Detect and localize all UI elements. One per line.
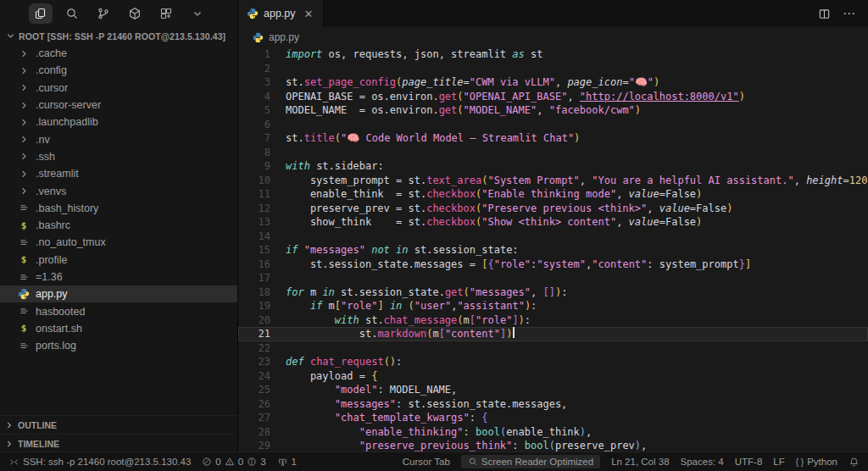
tree-file-.bashrc[interactable]: $.bashrc (0, 217, 237, 234)
list-file-icon (18, 306, 30, 318)
line-number: 12 (238, 202, 270, 216)
code-line-29[interactable]: 29 "preserve_previous_think": bool(prese… (238, 439, 868, 452)
code-line-18[interactable]: 18for m in st.session_state.get("message… (238, 285, 868, 300)
line-number: 28 (238, 425, 270, 440)
tree-file-=1.36[interactable]: =1.36 (0, 269, 237, 285)
encoding-status[interactable]: UTF-8 (735, 457, 763, 467)
remote-indicator[interactable]: SSH: ssh -p 21460 root@213.5.130.43 (8, 457, 191, 468)
more-actions-icon[interactable]: ⋯ (843, 6, 856, 21)
eol-status[interactable]: LF (773, 457, 784, 467)
code-line-26[interactable]: 26 "messages": st.session_state.messages… (238, 397, 868, 412)
code-line-27[interactable]: 27 "chat_template_kwargs": { (238, 411, 868, 425)
breadcrumb[interactable]: app.py (238, 27, 868, 47)
code-text: show_think = st.checkbox("Show <think> c… (286, 215, 702, 230)
tree-file-onstart.sh[interactable]: $onstart.sh (0, 320, 237, 337)
cursor-window: ROOT [SSH: SSH -P 21460 ROOT@213.5.130.4… (0, 0, 868, 471)
tab-label: app.py (264, 8, 296, 19)
python-file-icon (18, 288, 30, 300)
tree-folder-label: .launchpadlib (36, 116, 98, 128)
code-text: "preserve_previous_think": bool(preserve… (286, 439, 647, 452)
tree-folder-.streamlit[interactable]: .streamlit (0, 165, 237, 182)
tree-file-.bash_history[interactable]: .bash_history (0, 200, 237, 217)
code-editor[interactable]: 1import os, requests, json, streamlit as… (238, 47, 868, 452)
tree-file-ports.log[interactable]: ports.log (0, 337, 237, 354)
chevron-down-icon (5, 30, 16, 42)
remote-explorer-icon[interactable] (123, 3, 147, 24)
code-line-7[interactable]: 7st.title("🧠 Code World Model — Streamli… (238, 131, 868, 146)
code-line-10[interactable]: 10 system_prompt = st.text_area("System … (238, 174, 868, 188)
tree-file-app.py[interactable]: app.py (0, 285, 237, 302)
tree-folder-label: .cursor (36, 82, 68, 94)
tab-app-py[interactable]: app.py ✕ (238, 0, 324, 27)
code-line-15[interactable]: 15if "messages" not in st.session_state: (238, 243, 868, 258)
list-file-icon (18, 340, 30, 352)
code-line-11[interactable]: 11 enable_think = st.checkbox("Enable th… (238, 187, 868, 202)
code-text: import os, requests, json, streamlit as … (286, 47, 542, 62)
tree-file-label: app.py (36, 288, 68, 300)
code-line-3[interactable]: 3st.set_page_config(page_title="CWM via … (238, 75, 868, 90)
line-number: 25 (238, 383, 270, 397)
tree-folder-.config[interactable]: .config (0, 62, 237, 79)
tree-folder-.ssh[interactable]: .ssh (0, 148, 237, 165)
outline-section-header[interactable]: OUTLINE (0, 415, 237, 434)
split-editor-icon[interactable] (818, 8, 831, 20)
cursor-tab-status[interactable]: Cursor Tab (403, 457, 450, 467)
code-line-23[interactable]: 23def chat_request(): (238, 355, 868, 369)
code-line-1[interactable]: 1import os, requests, json, streamlit as… (238, 47, 868, 62)
code-line-24[interactable]: 24 payload = { (238, 369, 868, 384)
search-icon[interactable] (60, 3, 84, 24)
code-line-5[interactable]: 5MODEL_NAME = os.environ.get("MODEL_NAME… (238, 103, 868, 118)
tree-folder-.nv[interactable]: .nv (0, 130, 237, 147)
status-right: Cursor Tab Screen Reader Optimized Ln 21… (403, 455, 860, 468)
tree-folder-.cursor[interactable]: .cursor (0, 80, 237, 97)
tree-file-label: hasbooted (36, 306, 85, 318)
tree-file-.profile[interactable]: $.profile (0, 252, 237, 269)
timeline-section-header[interactable]: TIMELINE (0, 434, 237, 452)
tree-folder-.launchpadlib[interactable]: .launchpadlib (0, 114, 237, 130)
code-line-17[interactable]: 17 (238, 271, 868, 285)
code-line-25[interactable]: 25 "model": MODEL_NAME, (238, 383, 868, 397)
cursor-position[interactable]: Ln 21, Col 38 (611, 457, 669, 467)
files-explorer-icon[interactable] (29, 3, 53, 24)
tree-folder-.cursor-server[interactable]: .cursor-server (0, 97, 237, 114)
line-number: 14 (238, 230, 270, 244)
chevron-right-icon (18, 82, 30, 94)
code-line-14[interactable]: 14 (238, 230, 868, 244)
tree-file-hasbooted[interactable]: hasbooted (0, 302, 237, 319)
sidebar-sections: OUTLINE TIMELINE (0, 415, 237, 452)
tree-folder-.venvs[interactable]: .venvs (0, 182, 237, 199)
indentation-status[interactable]: Spaces: 4 (681, 457, 724, 467)
line-number: 23 (238, 355, 270, 369)
bell-icon (849, 457, 860, 468)
screen-reader-status[interactable]: Screen Reader Optimized (461, 455, 600, 468)
code-line-22[interactable]: 22 (238, 341, 868, 356)
source-control-icon[interactable] (92, 3, 115, 24)
more-views-chevron-icon[interactable] (186, 3, 209, 24)
extensions-icon[interactable] (154, 3, 178, 24)
code-line-28[interactable]: 28 "enable_thinking": bool(enable_think)… (238, 425, 868, 440)
code-line-9[interactable]: 9with st.sidebar: (238, 159, 868, 174)
cursor-tab-label: Cursor Tab (403, 457, 450, 467)
code-line-20[interactable]: 20 with st.chat_message(m["role"]): (238, 313, 868, 328)
list-file-icon (18, 236, 30, 248)
code-line-12[interactable]: 12 preserve_prev = st.checkbox("Preserve… (238, 202, 868, 216)
language-mode[interactable]: { } Python (796, 457, 837, 467)
code-line-6[interactable]: 6 (238, 118, 868, 132)
code-line-19[interactable]: 19 if m["role"] in ("user","assistant"): (238, 299, 868, 313)
code-line-4[interactable]: 4OPENAI_BASE = os.environ.get("OPENAI_AP… (238, 90, 868, 104)
problems-indicator[interactable]: 0 0 3 (202, 457, 265, 467)
code-line-2[interactable]: 2 (238, 62, 868, 76)
code-line-16[interactable]: 16 st.session_state.messages = [{"role":… (238, 258, 868, 272)
code-line-13[interactable]: 13 show_think = st.checkbox("Show <think… (238, 215, 868, 230)
explorer-root-header[interactable]: ROOT [SSH: SSH -P 21460 ROOT@213.5.130.4… (0, 27, 237, 45)
code-line-21[interactable]: 21 st.markdown(m["content"]) (238, 327, 868, 341)
tree-file-.no_auto_tmux[interactable]: .no_auto_tmux (0, 234, 237, 251)
chevron-right-icon (4, 420, 14, 430)
braces-icon: { } (796, 457, 804, 467)
code-text: "model": MODEL_NAME, (286, 383, 457, 397)
tree-folder-.cache[interactable]: .cache (0, 45, 237, 62)
code-line-8[interactable]: 8 (238, 146, 868, 160)
ports-indicator[interactable]: 1 (277, 457, 297, 468)
tab-close-icon[interactable]: ✕ (303, 8, 315, 20)
notifications-bell[interactable] (849, 457, 860, 468)
